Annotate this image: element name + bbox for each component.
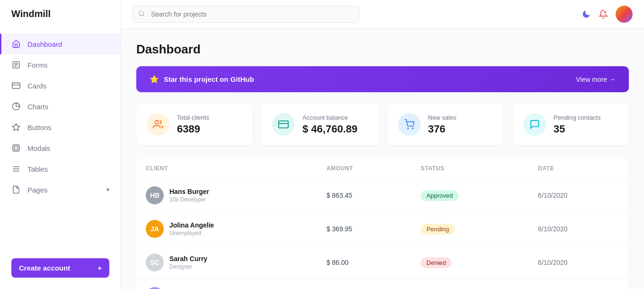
client-name: Jolina Angelie [169, 221, 214, 229]
search-input[interactable] [132, 6, 360, 23]
svg-point-15 [155, 121, 159, 124]
sidebar-label-dashboard: Dashboard [27, 40, 62, 48]
status-badge: Denied [421, 257, 451, 268]
status-cell [411, 280, 529, 289]
sidebar-item-buttons[interactable]: Buttons [0, 117, 121, 138]
client-name: Sarah Curry [169, 255, 207, 263]
tables-icon [11, 164, 21, 174]
stat-card-account-balance: Account balance $ 46,760.89 [262, 104, 378, 145]
status-cell: Pending [411, 212, 529, 246]
avatar-image [616, 6, 633, 23]
status-cell: Approved [411, 179, 529, 212]
chevron-down-icon: ▾ [106, 186, 109, 193]
svg-rect-4 [12, 83, 20, 88]
status-cell: Denied [411, 246, 529, 280]
avatar[interactable] [616, 6, 633, 23]
notification-dot [603, 10, 607, 14]
client-cell: DJ Dalia Jakarta [146, 287, 308, 289]
amount-cell: $ 863.45 [317, 179, 411, 212]
sidebar-item-cards[interactable]: Cards [0, 75, 121, 96]
sidebar-item-forms[interactable]: Forms [0, 54, 121, 75]
charts-icon [11, 102, 21, 111]
client-avatar: JA [146, 220, 164, 238]
create-account-button[interactable]: Create account + [11, 258, 109, 278]
create-account-label: Create account [19, 264, 70, 272]
svg-rect-8 [13, 145, 19, 151]
sidebar-item-tables[interactable]: Tables [0, 158, 121, 179]
new-sales-value: 376 [428, 123, 457, 135]
stats-grid: Total clients 6389 Account balance $ 46,… [136, 104, 629, 145]
date-cell: 6/10/2020 [529, 212, 629, 246]
sidebar-label-cards: Cards [27, 82, 46, 90]
search-icon [138, 10, 145, 18]
account-balance-icon [272, 113, 295, 136]
star-icon: ⭐ [150, 75, 159, 84]
sidebar-label-tables: Tables [27, 165, 48, 173]
svg-rect-9 [14, 146, 18, 150]
new-sales-icon [398, 113, 421, 136]
date-cell: 6/10/2020 [529, 246, 629, 280]
svg-point-18 [407, 128, 408, 129]
date-cell: 6/10/2020 [529, 179, 629, 212]
col-status: STATUS [411, 158, 529, 179]
stat-info-account-balance: Account balance $ 46,760.89 [302, 114, 357, 135]
client-info: Sarah Curry Designer [169, 255, 207, 270]
page-content: Dashboard ⭐ Star this project on GitHub … [121, 29, 644, 289]
sidebar-item-modals[interactable]: Modals [0, 138, 121, 158]
buttons-icon [11, 123, 21, 132]
sidebar-label-charts: Charts [27, 103, 48, 111]
forms-icon [11, 60, 21, 70]
client-role: Unemployed [169, 230, 214, 236]
table-header: CLIENT AMOUNT STATUS DATE [136, 158, 629, 179]
client-avatar: DJ [146, 287, 164, 289]
stat-info-total-clients: Total clients 6389 [177, 114, 209, 135]
create-account-plus-icon: + [97, 264, 102, 272]
sidebar-nav: Dashboard Forms Cards Charts Buttons [0, 28, 121, 251]
home-icon [11, 39, 21, 49]
total-clients-icon [147, 113, 169, 136]
amount-cell: $ 86.00 [317, 246, 411, 280]
sidebar-item-charts[interactable]: Charts [0, 96, 121, 117]
banner-action[interactable]: View more → [576, 76, 616, 83]
svg-line-14 [143, 15, 144, 16]
table-row: JA Jolina Angelie Unemployed $ 369.95Pen… [136, 212, 629, 246]
table-body: HB Hans Burger 10x Developer $ 863.45App… [136, 179, 629, 289]
client-role: 10x Developer [169, 196, 209, 203]
table-row: HB Hans Burger 10x Developer $ 863.45App… [136, 179, 629, 212]
stat-info-new-sales: New sales 376 [428, 114, 457, 135]
client-cell: JA Jolina Angelie Unemployed [146, 220, 308, 238]
pending-contacts-label: Pending contacts [554, 114, 601, 121]
svg-rect-16 [279, 121, 288, 128]
account-balance-label: Account balance [302, 114, 357, 121]
sidebar-footer: Create account + [0, 251, 121, 289]
search-bar [132, 6, 360, 23]
github-banner[interactable]: ⭐ Star this project on GitHub View more … [136, 66, 629, 92]
client-info: Hans Burger 10x Developer [169, 188, 209, 203]
main-content: Dashboard ⭐ Star this project on GitHub … [121, 0, 644, 289]
sidebar-item-dashboard[interactable]: Dashboard [0, 34, 121, 54]
page-title: Dashboard [136, 42, 629, 57]
dark-mode-button[interactable] [582, 9, 591, 19]
amount-cell [317, 280, 411, 289]
client-name: Hans Burger [169, 188, 209, 195]
account-balance-value: $ 46,760.89 [302, 123, 357, 135]
sidebar-label-forms: Forms [27, 61, 48, 69]
client-cell: SC Sarah Curry Designer [146, 254, 308, 271]
banner-left: ⭐ Star this project on GitHub [150, 75, 254, 84]
client-role: Designer [169, 263, 207, 270]
col-date: DATE [529, 158, 629, 179]
app-logo: Windmill [0, 0, 121, 28]
amount-cell: $ 369.95 [317, 212, 411, 246]
new-sales-label: New sales [428, 114, 457, 121]
sidebar-item-pages[interactable]: Pages ▾ [0, 179, 121, 200]
total-clients-value: 6389 [177, 123, 209, 135]
date-cell [529, 280, 629, 289]
sidebar-label-pages: Pages [27, 186, 48, 194]
table-container: CLIENT AMOUNT STATUS DATE HB Hans Burger… [136, 158, 629, 289]
svg-point-19 [412, 128, 413, 129]
table-row: SC Sarah Curry Designer $ 86.00Denied6/1… [136, 246, 629, 280]
sidebar: Windmill Dashboard Forms Cards Charts [0, 0, 121, 289]
table-row: DJ Dalia Jakarta [136, 280, 629, 289]
notifications-button[interactable] [599, 9, 608, 19]
pages-icon [11, 185, 21, 194]
